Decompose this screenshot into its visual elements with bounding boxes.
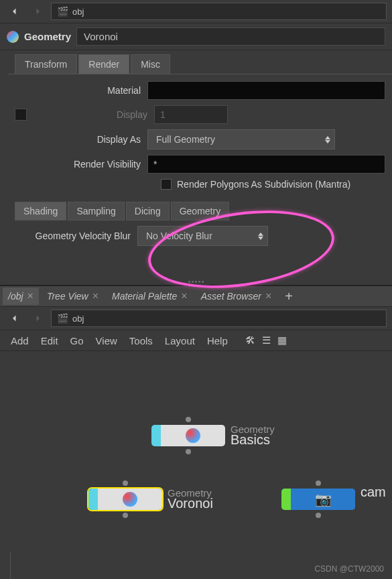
node-output-connector[interactable] [316, 513, 321, 518]
node-camera[interactable]: 📷 cam [281, 489, 355, 510]
panel-tab-label: /obj [8, 291, 23, 302]
node-input-connector[interactable] [316, 480, 321, 486]
network-menu-bar: Add Edit Go View Tools Layout Help 🛠 ☰ ▦ [0, 330, 392, 351]
menu-add[interactable]: Add [11, 335, 29, 346]
node-label: Geometry Voronoi [168, 487, 213, 511]
panel-tab-tree-view[interactable]: Tree View × [42, 287, 104, 305]
display-as-dropdown[interactable]: Full Geometry [147, 129, 335, 149]
panel-resize-grip[interactable] [0, 278, 392, 285]
node-voronoi[interactable]: Geometry Voronoi [88, 489, 162, 510]
subdivision-checkbox[interactable] [161, 179, 172, 190]
clapper-icon: 🎬 [57, 6, 68, 17]
camera-icon: 📷 [316, 492, 330, 507]
parameter-header: Geometry Voronoi [0, 23, 392, 50]
display-toggle-checkbox[interactable] [15, 109, 27, 121]
menu-view[interactable]: View [96, 335, 117, 346]
menu-edit[interactable]: Edit [41, 335, 58, 346]
panel-tab-obj[interactable]: /obj × [3, 287, 39, 305]
nav-back-button[interactable] [5, 310, 24, 326]
panel-tab-label: Asset Browser [201, 291, 261, 302]
path-input[interactable]: 🎬 obj [51, 3, 387, 20]
geometry-type-icon [7, 31, 19, 43]
nav-forward-button[interactable] [28, 310, 47, 326]
node-name-input[interactable]: Voronoi [76, 27, 385, 46]
panel-tab-asset-browser[interactable]: Asset Browser × [196, 287, 277, 305]
parameter-type-label: Geometry [24, 31, 71, 42]
sub-tab-sampling[interactable]: Sampling [68, 202, 124, 220]
display-as-label: Display As [7, 134, 141, 145]
top-toolbar: 🎬 obj [0, 0, 392, 23]
node-input-connector[interactable] [123, 480, 128, 486]
grid-icon[interactable]: ▦ [277, 334, 287, 346]
velocity-blur-dropdown[interactable]: No Velocity Blur [137, 226, 268, 246]
network-path-input[interactable]: 🎬 obj [51, 310, 387, 327]
menu-layout[interactable]: Layout [165, 335, 195, 346]
render-properties: Material Display Display As Full Geometr… [0, 74, 392, 199]
render-sub-tabs: Shading Sampling Dicing Geometry [8, 199, 392, 220]
velocity-blur-label: Geometry Velocity Blur [7, 231, 131, 241]
add-tab-button[interactable]: + [279, 289, 298, 304]
close-icon[interactable]: × [265, 290, 271, 302]
watermark: CSDN @CTW2000 [314, 564, 384, 574]
geometry-icon [123, 492, 137, 507]
sub-tab-shading[interactable]: Shading [15, 202, 66, 220]
tab-misc[interactable]: Misc [131, 54, 170, 74]
display-label: Display [34, 109, 147, 120]
close-icon[interactable]: × [92, 290, 99, 302]
velocity-blur-value: No Velocity Blur [146, 231, 212, 241]
node-name-text: cam [361, 485, 386, 500]
panel-tab-label: Material Palette [112, 291, 177, 302]
node-name-text: Basics [231, 432, 275, 448]
network-view[interactable]: Geometry Basics Geometry Voronoi 📷 [0, 351, 392, 552]
clapper-icon: 🎬 [57, 313, 68, 324]
display-input[interactable] [154, 105, 228, 124]
shading-properties: Geometry Velocity Blur No Velocity Blur [0, 220, 392, 278]
panel-tab-bar: /obj × Tree View × Material Palette × As… [0, 286, 392, 307]
nav-forward-button[interactable] [28, 3, 47, 19]
path-text: obj [72, 7, 84, 17]
wrench-icon[interactable]: 🛠 [245, 334, 255, 346]
node-basics[interactable]: Geometry Basics [151, 425, 225, 446]
network-toolbar: 🎬 obj [0, 307, 392, 330]
menu-go[interactable]: Go [70, 335, 84, 346]
main-tabs: Transform Render Misc [8, 50, 392, 74]
node-input-connector[interactable] [186, 417, 191, 422]
close-icon[interactable]: × [27, 290, 34, 302]
geometry-icon [186, 428, 200, 443]
render-visibility-label: Render Visibility [7, 159, 141, 170]
node-color-strip [151, 425, 161, 446]
dropdown-arrows-icon [325, 136, 330, 143]
node-label: Geometry Basics [231, 424, 275, 448]
menu-tools[interactable]: Tools [129, 335, 153, 346]
display-slider[interactable] [233, 113, 385, 117]
material-label: Material [7, 85, 141, 96]
path-text: obj [72, 314, 84, 324]
node-color-strip [281, 489, 291, 510]
tab-render[interactable]: Render [78, 54, 129, 74]
panel-tab-material-palette[interactable]: Material Palette × [107, 287, 193, 305]
node-color-strip [88, 489, 98, 510]
render-visibility-input[interactable] [147, 155, 385, 174]
menu-help[interactable]: Help [207, 335, 228, 346]
material-input[interactable] [147, 81, 385, 100]
sub-tab-dicing[interactable]: Dicing [126, 202, 170, 220]
list-icon[interactable]: ☰ [262, 334, 271, 346]
nav-back-button[interactable] [5, 3, 24, 19]
sub-tab-geometry[interactable]: Geometry [171, 202, 229, 220]
node-label: cam [361, 487, 386, 500]
node-output-connector[interactable] [186, 449, 191, 454]
node-output-connector[interactable] [123, 513, 128, 518]
network-panel: /obj × Tree View × Material Palette × As… [0, 285, 392, 552]
close-icon[interactable]: × [181, 290, 187, 302]
dropdown-arrows-icon [258, 233, 263, 240]
tab-transform[interactable]: Transform [15, 54, 77, 74]
panel-tab-label: Tree View [47, 291, 88, 302]
display-as-value: Full Geometry [156, 134, 215, 145]
node-name-text: Voronoi [168, 496, 213, 511]
subdivision-label: Render Polygons As Subdivision (Mantra) [177, 179, 350, 190]
